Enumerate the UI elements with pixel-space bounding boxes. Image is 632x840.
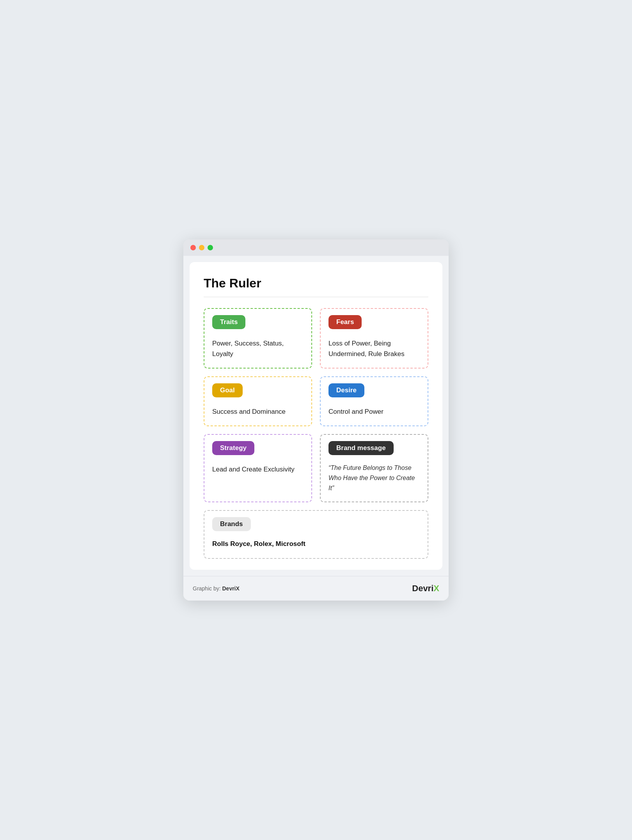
desire-badge: Desire bbox=[328, 383, 364, 397]
fears-card: Fears Loss of Power, Being Undermined, R… bbox=[320, 308, 428, 369]
graphic-by-name: DevriX bbox=[222, 585, 239, 592]
fears-badge: Fears bbox=[328, 315, 362, 329]
divider bbox=[204, 297, 428, 297]
traits-text: Power, Success, Status, Loyalty bbox=[212, 338, 304, 359]
brands-text: Rolls Royce, Rolex, Microsoft bbox=[212, 539, 420, 549]
goal-badge: Goal bbox=[212, 383, 243, 397]
strategy-card: Strategy Lead and Create Exclusivity bbox=[204, 434, 312, 502]
brands-badge: Brands bbox=[212, 517, 251, 531]
desire-card: Desire Control and Power bbox=[320, 376, 428, 426]
brand-message-text: “The Future Belongs to Those Who Have th… bbox=[328, 463, 420, 493]
desire-text: Control and Power bbox=[328, 407, 420, 417]
brand-message-card: Brand message “The Future Belongs to Tho… bbox=[320, 434, 428, 502]
cards-grid: Traits Power, Success, Status, Loyalty F… bbox=[204, 308, 428, 558]
minimize-button[interactable] bbox=[199, 245, 204, 250]
graphic-by-label: Graphic by: bbox=[193, 585, 221, 592]
traits-card: Traits Power, Success, Status, Loyalty bbox=[204, 308, 312, 369]
main-content: The Ruler Traits Power, Success, Status,… bbox=[190, 262, 442, 569]
close-button[interactable] bbox=[190, 245, 196, 250]
brand-message-badge: Brand message bbox=[328, 441, 394, 455]
maximize-button[interactable] bbox=[208, 245, 213, 250]
strategy-badge: Strategy bbox=[212, 441, 254, 455]
browser-window: The Ruler Traits Power, Success, Status,… bbox=[183, 239, 449, 600]
page-title: The Ruler bbox=[204, 276, 428, 291]
strategy-text: Lead and Create Exclusivity bbox=[212, 464, 304, 475]
brands-card: Brands Rolls Royce, Rolex, Microsoft bbox=[204, 510, 428, 558]
fears-text: Loss of Power, Being Undermined, Rule Br… bbox=[328, 338, 420, 359]
footer-credit: Graphic by: DevriX bbox=[193, 585, 240, 592]
logo-text: Devri bbox=[412, 583, 433, 594]
devrix-logo: DevriX bbox=[412, 583, 439, 594]
goal-card: Goal Success and Dominance bbox=[204, 376, 312, 426]
logo-x: X bbox=[433, 583, 439, 594]
goal-text: Success and Dominance bbox=[212, 407, 304, 417]
browser-bar bbox=[183, 239, 449, 256]
traits-badge: Traits bbox=[212, 315, 245, 329]
footer: Graphic by: DevriX DevriX bbox=[183, 576, 449, 601]
